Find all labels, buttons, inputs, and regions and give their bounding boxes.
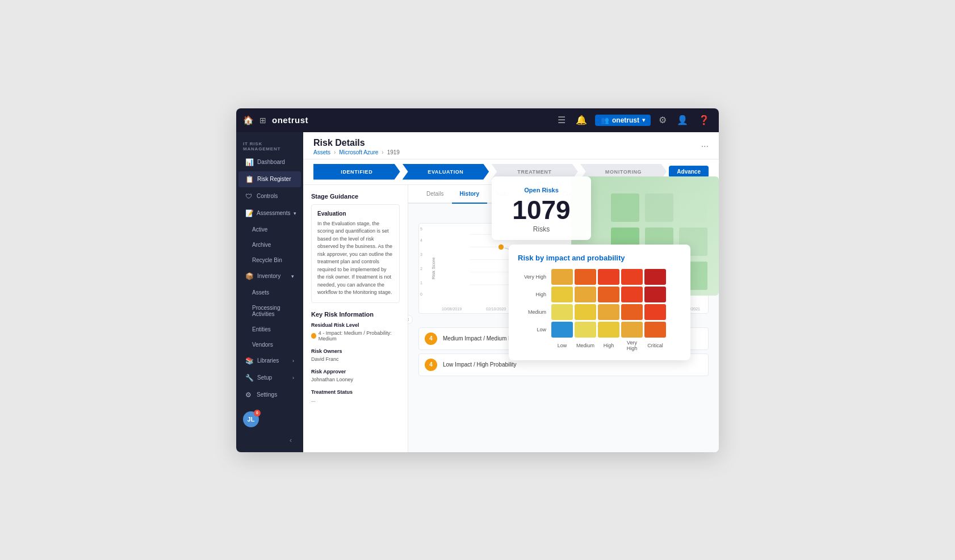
sidebar-item-dashboard[interactable]: 📊 Dashboard — [238, 154, 301, 170]
sidebar-item-risk-register[interactable]: 📋 Risk Register — [238, 171, 301, 187]
more-options-button[interactable]: ··· — [701, 141, 709, 151]
open-risks-sublabel: Risks — [505, 225, 577, 233]
user-avatar-area[interactable]: JL 0 — [243, 408, 296, 431]
breadcrumb-sep-2: › — [382, 149, 383, 155]
sidebar-item-label: Active — [252, 226, 267, 233]
register-icon: 📋 — [245, 175, 254, 183]
sidebar-item-assets[interactable]: Assets — [238, 285, 301, 300]
sidebar-item-vendors[interactable]: Vendors — [238, 338, 301, 352]
risk-badge-0: 4 — [425, 332, 437, 345]
help-icon[interactable]: ❓ — [696, 112, 712, 128]
sidebar-item-label: Controls — [257, 193, 278, 199]
heatmap-cell-l-very-high — [621, 322, 643, 338]
heatmap-row-label-medium: Medium — [518, 309, 550, 315]
tab-details[interactable]: Details — [418, 185, 452, 204]
heatmap-cell-m-very-high — [621, 304, 643, 320]
stage-name: Evaluation — [317, 210, 393, 217]
heatmap-cell-l-high — [598, 322, 619, 338]
workflow-step-identified[interactable]: Identified — [313, 164, 400, 180]
sidebar-item-label: Setup — [257, 374, 272, 381]
user-icon[interactable]: 👤 — [675, 112, 690, 128]
sidebar: IT Risk Management 📊 Dashboard 📋 Risk Re… — [236, 132, 303, 452]
page-title: Risk Details — [313, 138, 709, 148]
green-cell-8 — [645, 193, 673, 222]
heatmap-cell-vh-low — [551, 269, 573, 285]
chevron-right-icon: ▾ — [291, 273, 294, 279]
libraries-icon: 📚 — [245, 357, 254, 365]
sidebar-item-assessments[interactable]: 📝 Assessments ▾ — [238, 205, 301, 221]
overlay-cards: Open Risks 1079 Risks Risk by impact and… — [480, 176, 719, 360]
setup-icon: 🔧 — [245, 374, 254, 382]
heatmap-col-label-medium: Medium — [575, 343, 596, 348]
chevron-down-icon: ▾ — [642, 117, 645, 123]
chevron-right-icon: › — [292, 358, 294, 364]
chevron-right-icon: › — [292, 375, 294, 381]
sidebar-item-label: Vendors — [252, 342, 273, 348]
stage-text: In the Evaluation stage, the scoring and… — [317, 220, 393, 297]
heatmap-cell-vh-medium — [575, 269, 596, 285]
sidebar-item-label: Processing Activities — [252, 305, 294, 317]
browser-window: 🏠 ⊞ onetrust ☰ 🔔 👥 onetrust ▾ ⚙ 👤 ❓ IT R… — [236, 108, 719, 452]
y-tick-3: 3 — [420, 252, 422, 256]
breadcrumb-microsoft-azure[interactable]: Microsoft Azure — [339, 149, 378, 155]
users-icon: 👥 — [601, 116, 609, 124]
list-icon[interactable]: ☰ — [555, 112, 568, 128]
sidebar-item-recycle-bin[interactable]: Recycle Bin — [238, 253, 301, 267]
y-axis-label: Risk Score — [431, 257, 436, 279]
heatmap-cell-m-low — [551, 304, 573, 320]
app-name: onetrust — [272, 115, 550, 125]
risk-owners-value: David Franc — [311, 356, 400, 362]
heatmap-row-very-high: Very High — [518, 269, 681, 285]
residual-risk-value: 4 - Impact: Medium / Probability: Medium — [319, 330, 400, 342]
sidebar-collapse-button[interactable]: ‹ — [243, 433, 296, 448]
heatmap-cell-h-low — [551, 287, 573, 302]
risk-owners-section: Risk Owners David Franc — [311, 348, 400, 362]
brand-label: onetrust — [612, 116, 639, 124]
gear-icon[interactable]: ⚙ — [656, 112, 669, 128]
sidebar-item-entities[interactable]: Entities — [238, 322, 301, 336]
heatmap-cell-vh-very-high — [621, 269, 643, 285]
grid-icon[interactable]: ⊞ — [259, 116, 266, 125]
home-icon[interactable]: 🏠 — [243, 115, 254, 125]
heatmap-card: Risk by impact and probability Very High… — [509, 245, 690, 360]
heatmap-cell-h-very-high — [621, 287, 643, 302]
breadcrumb-sep-1: › — [334, 149, 336, 155]
sidebar-item-setup[interactable]: 🔧 Setup › — [238, 370, 301, 386]
sidebar-item-label: Libraries — [257, 357, 279, 364]
sidebar-item-controls[interactable]: 🛡 Controls — [238, 188, 301, 204]
open-risks-label: Open Risks — [505, 187, 577, 193]
risk-badge-1: 4 — [425, 359, 437, 371]
sidebar-section-label: IT Risk Management — [236, 137, 303, 154]
workflow-step-evaluation[interactable]: Evaluation — [403, 164, 489, 180]
chevron-right-icon: ▾ — [294, 210, 296, 216]
sidebar-item-label: Recycle Bin — [252, 257, 282, 263]
sidebar-item-inventory[interactable]: 📦 Inventory ▾ — [238, 268, 301, 284]
page-header: Risk Details Assets › Microsoft Azure › … — [303, 132, 719, 159]
open-risks-card: Open Risks 1079 Risks — [492, 176, 591, 240]
inventory-icon: 📦 — [245, 272, 254, 280]
sidebar-item-libraries[interactable]: 📚 Libraries › — [238, 353, 301, 369]
heatmap-col-label-high: High — [598, 343, 619, 348]
brand-switcher[interactable]: 👥 onetrust ▾ — [595, 115, 651, 126]
sidebar-item-label: Assessments — [257, 210, 290, 216]
sidebar-item-active[interactable]: Active — [238, 222, 301, 237]
heatmap-row-high: High — [518, 287, 681, 302]
sidebar-item-processing[interactable]: Processing Activities — [238, 301, 301, 321]
sidebar-item-label: Assets — [252, 289, 269, 296]
breadcrumb-assets[interactable]: Assets — [313, 149, 330, 155]
y-tick-1: 1 — [420, 281, 422, 285]
breadcrumb: Assets › Microsoft Azure › 1919 — [313, 149, 709, 155]
heatmap-row-label-low: Low — [518, 327, 550, 332]
bell-icon[interactable]: 🔔 — [573, 112, 589, 128]
settings-icon: ⚙ — [245, 391, 253, 399]
stage-guidance-box: Evaluation In the Evaluation stage, the … — [311, 204, 400, 303]
y-tick-0: 0 — [420, 292, 422, 296]
heatmap-cell-l-critical — [644, 322, 666, 338]
sidebar-item-archive[interactable]: Archive — [238, 238, 301, 252]
heatmap-col-labels: Low Medium High Very High Critical — [518, 340, 681, 351]
open-risks-count: 1079 — [505, 197, 577, 223]
avatar-initials: JL — [248, 416, 255, 423]
sidebar-item-settings[interactable]: ⚙ Settings — [238, 387, 301, 403]
heatmap-col-label-very-high: Very High — [621, 340, 643, 351]
risk-approver-label: Risk Approver — [311, 369, 400, 374]
